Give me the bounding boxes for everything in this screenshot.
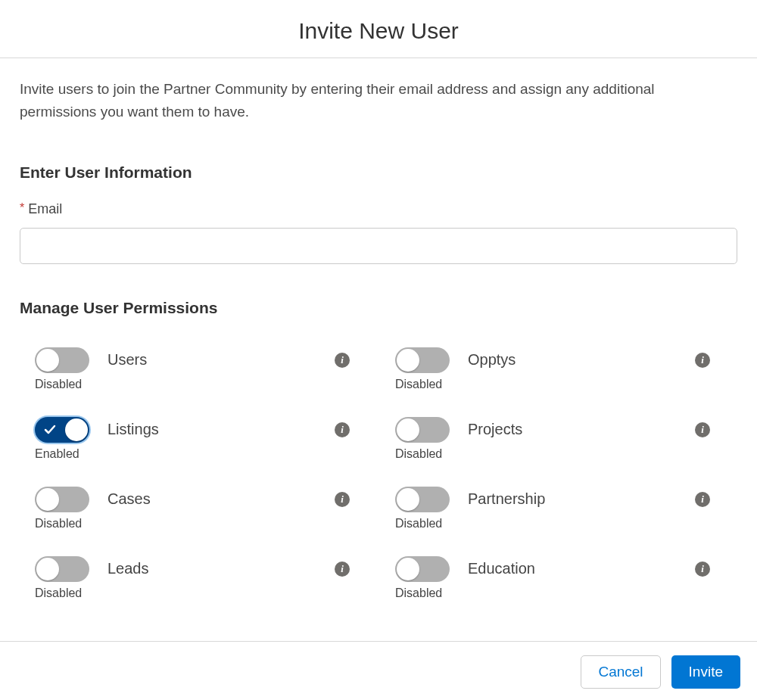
permission-label: Projects <box>468 421 689 438</box>
permission-item: ListingsiEnabled <box>35 417 350 461</box>
permission-row: Listingsi <box>35 417 350 443</box>
permission-item: EducationiDisabled <box>395 556 710 600</box>
toggle-partnership[interactable] <box>395 487 450 512</box>
required-indicator: * <box>20 201 24 214</box>
info-icon[interactable]: i <box>335 422 350 437</box>
permission-row: Usersi <box>35 347 350 373</box>
toggle-opptys[interactable] <box>395 347 450 373</box>
permission-state: Disabled <box>395 517 710 530</box>
permission-item: ProjectsiDisabled <box>395 417 710 461</box>
permissions-grid: UsersiDisabledOpptysiDisabledListingsiEn… <box>20 347 737 600</box>
permission-label: Education <box>468 560 689 577</box>
toggle-users[interactable] <box>35 347 89 373</box>
toggle-knob <box>397 418 419 441</box>
toggle-knob <box>397 349 419 372</box>
permission-row: Opptysi <box>395 347 710 373</box>
permission-state: Disabled <box>395 447 710 461</box>
permission-row: Educationi <box>395 556 710 582</box>
toggle-cases[interactable] <box>35 487 89 512</box>
permission-label: Partnership <box>468 490 689 508</box>
toggle-projects[interactable] <box>395 417 450 443</box>
toggle-knob <box>36 558 59 580</box>
invite-button[interactable]: Invite <box>671 655 740 689</box>
permission-label: Leads <box>107 560 329 577</box>
toggle-knob <box>65 418 88 441</box>
permission-row: Projectsi <box>395 417 710 443</box>
toggle-knob <box>36 488 59 511</box>
toggle-knob <box>36 349 59 372</box>
email-field[interactable] <box>20 228 737 264</box>
permission-item: OpptysiDisabled <box>395 347 710 391</box>
info-icon[interactable]: i <box>335 353 350 368</box>
email-label-text: Email <box>28 201 62 216</box>
permission-state: Disabled <box>35 586 350 600</box>
section-user-info: Enter User Information <box>20 163 737 182</box>
permission-item: UsersiDisabled <box>35 347 350 391</box>
permission-label: Users <box>107 351 329 369</box>
info-icon[interactable]: i <box>695 562 710 577</box>
permission-item: CasesiDisabled <box>35 487 350 530</box>
section-permissions: Manage User Permissions <box>20 299 737 317</box>
permission-row: Casesi <box>35 487 350 512</box>
info-icon[interactable]: i <box>695 492 710 507</box>
permission-label: Listings <box>107 421 329 438</box>
footer: Cancel Invite <box>0 641 757 700</box>
toggle-education[interactable] <box>395 556 450 582</box>
info-icon[interactable]: i <box>335 562 350 577</box>
permission-item: LeadsiDisabled <box>35 556 350 600</box>
permission-state: Disabled <box>395 378 710 391</box>
toggle-knob <box>397 488 419 511</box>
toggle-listings[interactable] <box>35 417 89 443</box>
permission-state: Disabled <box>35 517 350 530</box>
email-label: * Email <box>20 201 737 217</box>
permission-row: Leadsi <box>35 556 350 582</box>
check-icon <box>44 424 56 436</box>
permission-row: Partnershipi <box>395 487 710 512</box>
permission-state: Enabled <box>35 447 350 461</box>
intro-text: Invite users to join the Partner Communi… <box>20 78 701 124</box>
permission-label: Opptys <box>468 351 689 369</box>
permission-state: Disabled <box>35 378 350 391</box>
info-icon[interactable]: i <box>335 492 350 507</box>
permission-item: PartnershipiDisabled <box>395 487 710 530</box>
toggle-knob <box>397 558 419 580</box>
permission-label: Cases <box>107 490 329 508</box>
cancel-button[interactable]: Cancel <box>581 655 660 689</box>
toggle-leads[interactable] <box>35 556 89 582</box>
info-icon[interactable]: i <box>695 353 710 368</box>
page-title: Invite New User <box>0 0 757 58</box>
info-icon[interactable]: i <box>695 422 710 437</box>
content-area: Invite users to join the Partner Communi… <box>0 58 757 600</box>
permission-state: Disabled <box>395 586 710 600</box>
